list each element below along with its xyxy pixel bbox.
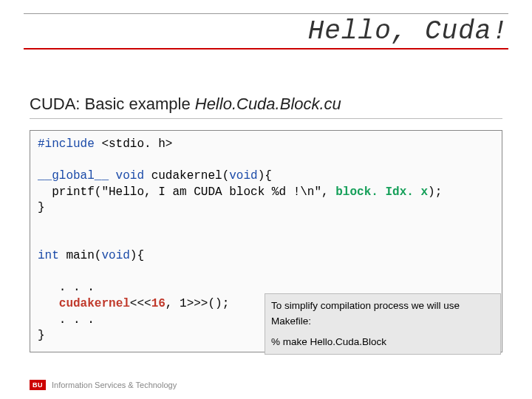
code-text: . . . xyxy=(38,281,95,294)
section-heading: CUDA: Basic example Hello.Cuda.Block.cu xyxy=(30,95,502,119)
title-region: Hello, Cuda! xyxy=(24,13,508,50)
code-keyword: void xyxy=(101,249,129,262)
section-heading-text: CUDA: Basic example xyxy=(30,95,195,113)
code-text: } xyxy=(38,201,45,214)
code-text: main( xyxy=(59,249,102,262)
code-text xyxy=(38,297,59,310)
slide-title: Hello, Cuda! xyxy=(24,16,508,47)
code-keyword: void xyxy=(229,169,257,183)
rule-top xyxy=(24,13,508,14)
code-keyword: int xyxy=(38,249,59,262)
note-line-2: % make Hello.Cuda.Block xyxy=(271,335,494,349)
code-text: ){ xyxy=(258,169,272,183)
rule-accent xyxy=(24,48,508,50)
code-keyword: void xyxy=(109,169,144,183)
code-emph-red: 16 xyxy=(151,297,166,310)
code-text: <stdio. h> xyxy=(95,137,173,151)
code-emph-red: cudakernel xyxy=(59,297,130,310)
code-text: <<< xyxy=(130,297,151,310)
note-line-1: To simplify compilation process we will … xyxy=(271,299,494,329)
code-keyword: #include xyxy=(38,137,95,151)
code-text: cudakernel( xyxy=(144,169,229,183)
note-box: To simplify compilation process we will … xyxy=(265,293,501,355)
slide: Hello, Cuda! CUDA: Basic example Hello.C… xyxy=(0,0,532,399)
code-text: ){ xyxy=(130,249,144,262)
code-keyword: __global__ xyxy=(38,169,109,183)
footer: BU Information Services & Technology xyxy=(30,380,177,390)
code-text: printf("Hello, I am CUDA block %d !\n", xyxy=(38,185,335,199)
code-text: } xyxy=(38,329,45,342)
code-text: ); xyxy=(428,185,442,199)
bu-logo-icon: BU xyxy=(30,380,46,390)
footer-text: Information Services & Technology xyxy=(52,381,177,389)
section-heading-filename: Hello.Cuda.Block.cu xyxy=(195,95,341,113)
code-text: . . . xyxy=(38,313,95,327)
code-emph-green: block. Idx. x xyxy=(335,185,428,199)
code-text: , 1>>>(); xyxy=(166,297,229,310)
